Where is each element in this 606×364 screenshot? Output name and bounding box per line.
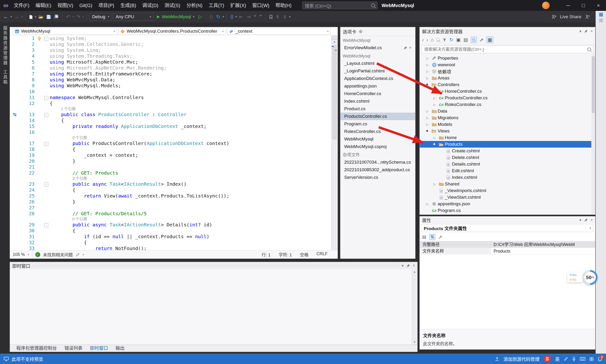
tree-item-wwwroot[interactable]: ▷wwwroot [420,62,595,68]
code-file-caret-icon[interactable]: ▾ [236,15,237,18]
codelens-references[interactable]: 1 个引用 [61,107,76,111]
tree-item-home[interactable]: ▷Home [420,134,595,141]
tree-item-appsettings-json[interactable]: ▷appsettings.json [420,201,595,207]
open-document-item[interactable]: WebMvcMysql.csproj [340,143,415,150]
menu-item[interactable]: 文件(F) [11,0,32,11]
open-document-item[interactable]: RolesController.cs [340,128,415,135]
drag-handle[interactable] [33,264,399,267]
se-back-icon[interactable]: ‹ [422,37,424,43]
open-document-item[interactable]: WebMvcMysql [340,135,415,143]
tree-collapsed-icon[interactable]: ▷ [424,56,431,60]
new-file-caret-icon[interactable]: ▾ [35,15,37,18]
property-row[interactable]: 完整路径D:\C#学习\Web 应用\WebMvcMysql\WebM [420,241,595,248]
hot-reload-icon[interactable] [209,14,214,20]
open-document-item[interactable]: _Layout.cshtml [340,60,415,67]
tree-collapsed-icon[interactable]: ▷ [424,202,431,206]
bottom-tab-程序包管理器控制台[interactable]: 程序包管理器控制台 [13,345,60,352]
se-forward-icon[interactable]: › [427,37,428,43]
property-row[interactable]: 文件夹名称Products [420,248,595,255]
window-position-caret-icon[interactable]: ▾ [579,218,581,222]
line-indicator[interactable]: 行: 1 [262,251,270,258]
tree-item-details-cshtml[interactable]: @Details.cshtml [420,161,595,168]
open-document-item[interactable]: ServerVersion.cs [340,174,415,181]
speed-percent-widget[interactable]: 50 % [583,270,597,285]
fold-collapse-box[interactable]: - [44,113,48,117]
bottom-tab-错误列表[interactable]: 错误列表 [61,345,85,352]
toolbox-grid-icon[interactable] [590,356,593,361]
se-sync-with-active-document-icon[interactable] [471,37,477,43]
tree-item-migrations[interactable]: ▷Migrations [420,115,595,121]
open-document-item[interactable]: _LoginPartial.cshtml [340,67,415,75]
sogou-ime-icon[interactable]: S [544,355,551,362]
tree-collapsed-icon[interactable]: ▷ [424,70,431,73]
tree-expanded-icon[interactable]: ▶ [424,81,431,88]
column-indicator[interactable]: 字符: 1 [279,251,292,258]
start-without-debugging-icon[interactable]: ▷ [197,14,203,20]
tree-item-shared[interactable]: ▷Shared [420,181,595,187]
scroll-up-icon[interactable]: ▲ [331,39,337,44]
tree-collapsed-icon[interactable]: ▷ [424,63,431,67]
tree-expanded-icon[interactable]: ▶ [431,141,438,148]
se-home-icon[interactable]: ⌂ [431,37,434,43]
nav-forward-icon[interactable]: → [13,14,20,20]
eol-indicator[interactable]: CRLF [316,251,328,258]
open-document-item[interactable]: ErrorViewModel.cs× [340,44,415,52]
tree-item-program-cs[interactable]: C#Program.cs [420,207,595,214]
tree-item-models[interactable]: ▷Models [420,121,595,128]
open-document-item[interactable]: Product.cs [340,105,415,113]
open-file-icon[interactable] [38,14,44,20]
menu-item[interactable]: 分析(N) [183,0,206,11]
codelens-references[interactable]: 0 个引用 [72,217,87,221]
menu-item[interactable]: 编辑(E) [32,0,54,11]
menu-item[interactable]: 视图(V) [54,0,77,11]
uncomment-icon[interactable]: ❞ [258,14,263,20]
space-indicator[interactable]: 空格 [300,251,309,258]
tree-item-data[interactable]: ▷Data [420,108,595,115]
tree-collapsed-icon[interactable]: ▷ [431,96,438,100]
menu-item[interactable]: 帮助(H) [272,0,295,11]
tree-collapsed-icon[interactable]: ▷ [424,76,431,80]
scroll-up-icon[interactable]: ▲ [413,270,416,273]
tree-collapsed-icon[interactable]: ▷ [431,90,438,93]
codelens-row[interactable]: 3 个引用 [10,176,331,181]
ime-pen-icon[interactable] [564,356,568,361]
live-share-icon[interactable] [551,14,556,19]
immediate-scrollbar[interactable]: ▲ ▼ [412,269,417,345]
next-bookmark-icon[interactable]: ⇟ [282,14,288,20]
undo-icon[interactable]: ↶ [65,14,71,20]
tree-collapsed-icon[interactable]: ▷ [431,136,438,140]
keyboard-icon[interactable] [580,356,585,361]
split-editor-handle[interactable] [331,36,337,39]
account-avatar[interactable] [542,2,550,9]
tree-scrollbar[interactable] [591,54,595,215]
start-debugging-button[interactable]: ▶ WebMvcMysql ▾ [155,14,196,19]
sort-alphabetical-icon[interactable]: ⇅ [430,234,435,240]
tree-collapsed-icon[interactable]: ▷ [431,182,438,186]
fold-collapse-box[interactable]: - [44,223,48,227]
open-document-item[interactable]: appsettings.json [340,82,415,90]
open-document-item[interactable]: 2022101007034...ntitySchema.cs [340,158,415,166]
add-to-source-control-icon[interactable] [495,356,499,361]
properties-object-selector[interactable]: Products 文件夹属性 ▾ [422,224,593,232]
tree-item--viewimports-cshtml[interactable]: @_ViewImports.cshtml [420,187,595,194]
open-document-item[interactable]: Program.cs [340,120,415,128]
tabs-settings-gear-icon[interactable] [359,29,363,34]
scrollbar-thumb[interactable] [332,45,337,140]
nav-forward-caret-icon[interactable]: ▾ [21,15,23,18]
tree-expanded-icon[interactable]: ▶ [424,128,431,134]
global-search-box[interactable]: 搜索 (Ctrl+Q) [302,2,377,9]
open-document-item[interactable]: Index.cshtml [340,97,415,105]
refresh-icon[interactable]: ↻ [215,14,221,20]
code-lines[interactable]: 1-using System;2using System.Collections… [10,36,331,250]
tree-item--viewstart-cshtml[interactable]: @_ViewStart.cshtml [420,194,595,201]
zoom-level[interactable]: 105 % [13,252,25,257]
redo-caret-icon[interactable]: ▾ [82,15,84,18]
debug-configuration-combo[interactable]: Debug ▾ [90,13,112,21]
tree-collapsed-icon[interactable]: ▷ [424,109,431,113]
save-icon[interactable] [45,14,52,20]
tree-item-edit-cshtml[interactable]: @Edit.cshtml [420,168,595,174]
tree-item-areas[interactable]: ▷Areas [420,75,595,81]
solution-search-box[interactable] [422,46,593,53]
menu-item[interactable]: 项目(P) [95,0,117,11]
nav-back-caret-icon[interactable]: ▾ [10,15,12,18]
